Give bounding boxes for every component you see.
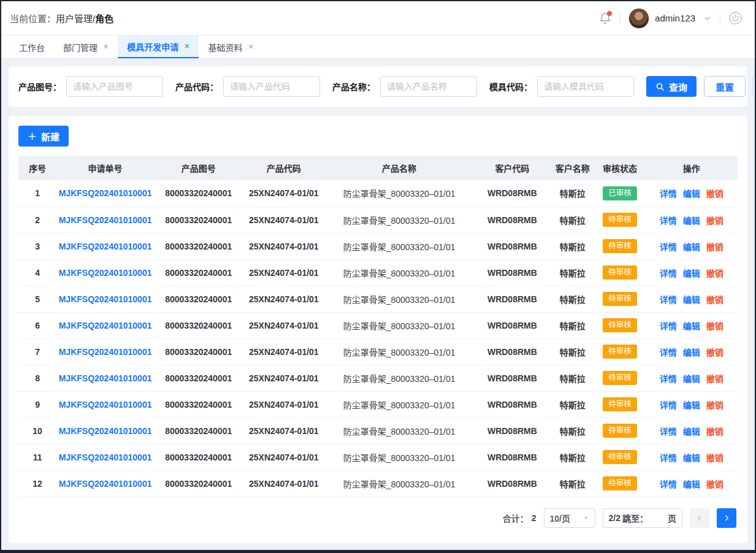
tab-close-icon[interactable]: ✕ [248, 43, 253, 51]
reset-button[interactable]: 重置 [704, 76, 746, 97]
revoke-link[interactable]: 撤销 [706, 269, 724, 278]
edit-link[interactable]: 编辑 [683, 453, 700, 463]
edit-link[interactable]: 编辑 [683, 400, 700, 410]
detail-link[interactable]: 详情 [660, 453, 677, 463]
cell-status: 待审核 [595, 418, 645, 444]
revoke-link[interactable]: 撤销 [706, 189, 724, 199]
caret-down-icon [583, 515, 589, 521]
edit-link[interactable]: 编辑 [683, 427, 700, 437]
cell-application-no: MJKFSQ202401010001 [56, 418, 154, 444]
application-link[interactable]: MJKFSQ202401010001 [59, 347, 152, 357]
edit-link[interactable]: 编辑 [683, 269, 700, 278]
next-page-button[interactable] [717, 508, 736, 528]
edit-link[interactable]: 编辑 [683, 321, 700, 331]
filter-field-2: 产品代码： [175, 76, 320, 97]
column-header: 申请单号 [56, 156, 154, 180]
application-link[interactable]: MJKFSQ202401010001 [59, 215, 152, 225]
detail-link[interactable]: 详情 [660, 427, 677, 437]
detail-link[interactable]: 详情 [660, 374, 677, 384]
edit-link[interactable]: 编辑 [683, 295, 700, 305]
cell-seq: 9 [18, 391, 56, 418]
expand-button[interactable]: 展开 [753, 76, 756, 97]
cell-operations: 详情编辑撤销 [645, 365, 738, 391]
tab-1[interactable]: 工作台 [10, 36, 54, 58]
page-jump-box: 2/2 跳至： 页 [603, 508, 682, 528]
cell-customer-code: WRD08RMB [474, 338, 551, 365]
filter-input-3[interactable] [380, 76, 477, 97]
chevron-down-icon[interactable] [703, 14, 712, 23]
application-link[interactable]: MJKFSQ202401010001 [59, 294, 152, 304]
application-link[interactable]: MJKFSQ202401010001 [59, 268, 152, 278]
prev-page-button[interactable] [690, 508, 709, 528]
status-badge: 待审核 [603, 476, 637, 490]
edit-link[interactable]: 编辑 [683, 374, 700, 384]
detail-link[interactable]: 详情 [660, 216, 677, 226]
status-badge: 待审核 [603, 265, 637, 280]
revoke-link[interactable]: 撤销 [706, 242, 724, 252]
detail-link[interactable]: 详情 [660, 242, 677, 252]
cell-seq: 11 [18, 444, 56, 470]
application-link[interactable]: MJKFSQ202401010001 [59, 242, 152, 251]
revoke-link[interactable]: 撤销 [706, 400, 724, 410]
status-badge: 待审核 [603, 292, 637, 306]
cell-operations: 详情编辑撤销 [645, 180, 738, 207]
revoke-link[interactable]: 撤销 [706, 216, 724, 226]
cell-customer-code: WRD08RMB [474, 259, 551, 286]
edit-link[interactable]: 编辑 [683, 348, 700, 357]
cell-status: 待审核 [595, 312, 645, 338]
application-link[interactable]: MJKFSQ202401010001 [59, 452, 152, 462]
plus-icon [28, 132, 37, 141]
page-size-value: 10/页 [550, 512, 570, 524]
tab-4[interactable]: 基础资料✕ [199, 36, 262, 58]
detail-link[interactable]: 详情 [660, 321, 677, 331]
detail-link[interactable]: 详情 [660, 269, 677, 278]
cell-product-name: 防尘罩骨架_80003320–01/01 [324, 444, 474, 470]
detail-link[interactable]: 详情 [660, 479, 677, 489]
username[interactable]: admin123 [655, 13, 695, 23]
edit-link[interactable]: 编辑 [683, 216, 700, 226]
tab-close-icon[interactable]: ✕ [184, 42, 189, 50]
new-button[interactable]: 新建 [18, 126, 69, 147]
edit-link[interactable]: 编辑 [683, 479, 700, 489]
detail-link[interactable]: 详情 [660, 189, 677, 199]
tab-3[interactable]: 模具开发申请✕ [118, 36, 199, 58]
detail-link[interactable]: 详情 [660, 348, 677, 357]
application-link[interactable]: MJKFSQ202401010001 [59, 479, 152, 489]
cell-status: 已审核 [595, 180, 645, 207]
bell-icon[interactable] [598, 12, 612, 25]
revoke-link[interactable]: 撤销 [706, 321, 724, 331]
application-link[interactable]: MJKFSQ202401010001 [59, 321, 152, 330]
avatar[interactable] [628, 8, 649, 29]
power-icon[interactable] [728, 11, 743, 25]
breadcrumb-path: 用户管理/ [56, 13, 95, 24]
detail-link[interactable]: 详情 [660, 295, 677, 305]
application-link[interactable]: MJKFSQ202401010001 [59, 373, 152, 383]
edit-link[interactable]: 编辑 [683, 242, 700, 252]
revoke-link[interactable]: 撤销 [706, 295, 724, 305]
filter-input-2[interactable] [223, 76, 320, 97]
application-link[interactable]: MJKFSQ202401010001 [59, 400, 152, 410]
edit-link[interactable]: 编辑 [683, 189, 700, 199]
cell-customer-code: WRD08RMB [474, 444, 551, 470]
table-row: 10MJKFSQ2024010100018000332024000125XN24… [18, 418, 738, 444]
revoke-link[interactable]: 撤销 [706, 348, 724, 357]
page-size-select[interactable]: 10/页 [544, 508, 595, 528]
revoke-link[interactable]: 撤销 [706, 427, 724, 437]
tab-close-icon[interactable]: ✕ [103, 43, 109, 51]
revoke-link[interactable]: 撤销 [706, 479, 724, 489]
application-link[interactable]: MJKFSQ202401010001 [59, 188, 152, 198]
status-badge: 待审核 [603, 397, 637, 411]
revoke-link[interactable]: 撤销 [706, 374, 724, 384]
application-link[interactable]: MJKFSQ202401010001 [59, 426, 152, 436]
filter-input-4[interactable] [537, 76, 634, 97]
tab-2[interactable]: 部门管理✕ [54, 36, 118, 58]
cell-customer-name: 特斯拉 [551, 233, 595, 259]
tab-label: 部门管理 [63, 41, 97, 53]
cell-seq: 4 [18, 259, 56, 286]
jump-page-input[interactable] [650, 510, 666, 526]
cell-operations: 详情编辑撤销 [645, 259, 738, 286]
filter-input-1[interactable] [66, 76, 163, 97]
revoke-link[interactable]: 撤销 [706, 453, 724, 463]
detail-link[interactable]: 详情 [660, 400, 677, 410]
search-button[interactable]: 查询 [646, 76, 697, 97]
